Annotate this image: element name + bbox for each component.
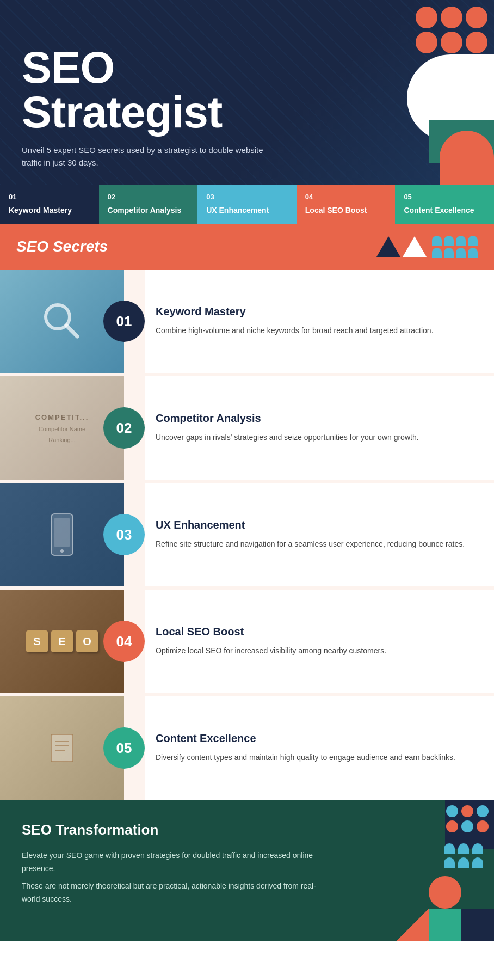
svg-rect-5	[51, 734, 73, 762]
fwg-2	[458, 843, 469, 854]
circle-num-container-4: 04	[103, 590, 145, 693]
deco-circle-6	[466, 32, 487, 53]
footer-deco-grid	[446, 805, 489, 832]
seo-tile-o: O	[76, 630, 98, 652]
wave-8	[468, 248, 478, 258]
fdg-1	[446, 805, 458, 817]
fwg-1	[444, 843, 455, 854]
secret-heading-2: Competitor Analysis	[156, 412, 479, 425]
tab-item-1[interactable]: 01 Keyword Mastery	[0, 185, 99, 224]
banner-tri-white-1	[403, 236, 427, 257]
banner-waves	[432, 236, 478, 258]
circle-num-4: 04	[103, 621, 145, 662]
fdg-2	[461, 805, 473, 817]
circle-num-3: 03	[103, 514, 145, 555]
secret-row-5: 05 Content Excellence Diversify content …	[0, 696, 494, 800]
hero-decorations	[353, 0, 494, 185]
deco-orange-half	[440, 131, 494, 185]
footer-green-rect	[429, 909, 461, 941]
circle-num-container-1: 01	[103, 270, 145, 373]
deco-circle-3	[466, 7, 487, 28]
secret-desc-4: Optimize local SEO for increased visibil…	[156, 645, 479, 657]
wave-7	[456, 248, 466, 258]
deco-circle-2	[441, 7, 462, 28]
wave-4	[468, 236, 478, 246]
hero-subtitle: Unveil 5 expert SEO secrets used by a st…	[22, 144, 272, 169]
footer-decorations	[374, 800, 494, 941]
tab-num-5: 05	[404, 193, 485, 201]
footer-dark-rect	[461, 909, 494, 941]
circle-num-1: 01	[103, 301, 145, 342]
magnify-icon	[40, 299, 84, 343]
circle-num-container-2: 02	[103, 376, 145, 480]
circle-num-5: 05	[103, 727, 145, 769]
secret-heading-4: Local SEO Boost	[156, 626, 479, 638]
fwg-6	[472, 857, 483, 868]
notebook-icon	[46, 732, 78, 764]
tab-label-1: Keyword Mastery	[9, 205, 90, 215]
footer-content: SEO Transformation Elevate your SEO game…	[22, 822, 326, 905]
hero-title-line2: Strategist	[22, 87, 222, 137]
fdg-3	[477, 805, 489, 817]
fdg-4	[446, 820, 458, 832]
secret-text-2: Competitor Analysis Uncover gaps in riva…	[145, 376, 494, 480]
secret-heading-1: Keyword Mastery	[156, 305, 479, 318]
fdg-6	[477, 820, 489, 832]
fwg-5	[458, 857, 469, 868]
svg-line-1	[66, 326, 77, 336]
circle-num-container-3: 03	[103, 483, 145, 586]
tab-item-5[interactable]: 05 Content Excellence	[395, 185, 494, 224]
tab-num-1: 01	[9, 193, 90, 201]
secret-desc-3: Refine site structure and navigation for…	[156, 538, 479, 550]
circle-num-container-5: 05	[103, 696, 145, 800]
footer-orange-circle	[429, 876, 461, 909]
banner-tri-dark-1	[376, 236, 400, 257]
tab-item-4[interactable]: 04 Local SEO Boost	[297, 185, 396, 224]
seo-secrets-title: SEO Secrets	[16, 238, 108, 255]
secret-row-4: S E O 04 Local SEO Boost Optimize local …	[0, 590, 494, 696]
tab-num-3: 03	[206, 193, 288, 201]
wave-3	[456, 236, 466, 246]
tab-label-4: Local SEO Boost	[305, 205, 387, 215]
secret-row-2: COMPETIT... Competitor Name Ranking... 0…	[0, 376, 494, 483]
deco-circle-1	[416, 7, 437, 28]
footer-wave-grid	[444, 843, 483, 868]
secret-heading-5: Content Excellence	[156, 732, 479, 745]
secret-desc-5: Diversify content types and maintain hig…	[156, 751, 479, 763]
wave-5	[432, 248, 442, 258]
tab-num-4: 04	[305, 193, 387, 201]
wave-6	[444, 248, 454, 258]
tab-label-3: UX Enhancement	[206, 205, 288, 215]
fdg-5	[461, 820, 473, 832]
secret-text-3: UX Enhancement Refine site structure and…	[145, 483, 494, 586]
deco-circles-top	[409, 0, 494, 60]
wave-1	[432, 236, 442, 246]
phone-icon	[48, 513, 76, 556]
deco-circle-5	[441, 32, 462, 53]
secret-text-1: Keyword Mastery Combine high-volume and …	[145, 270, 494, 373]
fwg-4	[444, 857, 455, 868]
seo-secrets-banner: SEO Secrets	[0, 224, 494, 270]
hero-title-line1: SEO	[22, 42, 114, 92]
wave-2	[444, 236, 454, 246]
secret-text-5: Content Excellence Diversify content typ…	[145, 696, 494, 800]
secrets-list: 01 Keyword Mastery Combine high-volume a…	[0, 270, 494, 800]
hero-section: SEO Strategist Unveil 5 expert SEO secre…	[0, 0, 494, 185]
tab-item-3[interactable]: 03 UX Enhancement	[197, 185, 297, 224]
tab-item-2[interactable]: 02 Competitor Analysis	[99, 185, 198, 224]
secret-desc-2: Uncover gaps in rivals' strategies and s…	[156, 431, 479, 443]
tabs-section: 01 Keyword Mastery 02 Competitor Analysi…	[0, 185, 494, 224]
tab-label-2: Competitor Analysis	[108, 205, 189, 215]
secret-text-4: Local SEO Boost Optimize local SEO for i…	[145, 590, 494, 693]
banner-decorations	[376, 236, 478, 258]
tab-num-2: 02	[108, 193, 189, 201]
tab-label-5: Content Excellence	[404, 205, 485, 215]
seo-tile-e: E	[51, 630, 73, 652]
footer-title: SEO Transformation	[22, 822, 326, 838]
secret-row-3: 03 UX Enhancement Refine site structure …	[0, 483, 494, 590]
footer-orange-triangle	[396, 909, 429, 941]
footer-text-2: These are not merely theoretical but are…	[22, 880, 326, 906]
banner-triangles	[376, 236, 427, 257]
svg-rect-3	[54, 518, 70, 547]
secret-desc-1: Combine high-volume and niche keywords f…	[156, 324, 479, 336]
